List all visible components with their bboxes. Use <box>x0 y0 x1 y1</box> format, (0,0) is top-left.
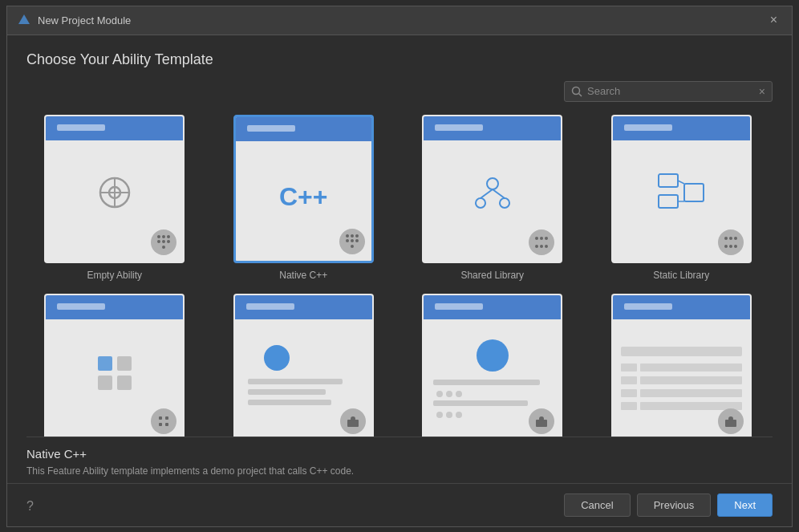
template-card-inner <box>44 115 185 263</box>
svg-rect-24 <box>165 423 168 426</box>
badge-dot <box>540 245 543 248</box>
feed-circle <box>477 339 509 372</box>
badge-dot <box>729 245 732 248</box>
list-row <box>621 389 742 397</box>
templates-grid: Empty Ability C++ <box>26 115 769 437</box>
card-header-bar <box>247 125 295 132</box>
profile-content <box>235 313 372 423</box>
card-header <box>235 295 372 319</box>
badge-dot <box>351 245 354 248</box>
app-icon <box>17 13 31 27</box>
help-button[interactable]: ? <box>26 499 34 514</box>
card-header-bar <box>624 124 672 131</box>
svg-rect-23 <box>159 423 162 426</box>
badge-dot <box>545 237 548 240</box>
list-cell <box>621 376 637 384</box>
feed-line <box>433 380 539 385</box>
template-card-empty-ability[interactable]: Empty Ability <box>26 115 203 281</box>
badge-dot <box>162 240 165 243</box>
template-card-feature-feed[interactable] <box>404 294 581 437</box>
badge-icon <box>724 415 737 428</box>
svg-point-1 <box>573 87 580 94</box>
list-content <box>613 315 750 420</box>
badge-dot <box>724 245 728 248</box>
next-button[interactable]: Next <box>717 493 773 517</box>
badge-dot <box>351 239 354 242</box>
list-row <box>621 363 742 372</box>
template-card-inner: C++ <box>233 115 374 263</box>
card-header <box>46 295 183 319</box>
list-cell <box>640 363 742 372</box>
svg-rect-18 <box>117 356 132 371</box>
close-button[interactable]: × <box>765 10 782 30</box>
card-header-bar <box>435 124 483 131</box>
template-card-feature-grid[interactable] <box>26 294 203 437</box>
badge-dot <box>729 237 732 240</box>
template-card-feature-list[interactable] <box>594 294 770 437</box>
profile-line <box>248 400 331 405</box>
badge-dots <box>156 235 171 250</box>
svg-line-11 <box>493 189 505 198</box>
card-header-bar <box>57 124 105 131</box>
feed-dot <box>456 412 462 418</box>
search-row: × <box>26 81 773 102</box>
card-header-bar <box>246 303 294 310</box>
empty-ability-icon-area <box>97 175 132 210</box>
template-label: Static Library <box>653 270 709 281</box>
card-header-bar <box>624 303 672 310</box>
template-card-inner <box>611 294 752 437</box>
template-card-native-cpp[interactable]: C++ <box>216 115 392 281</box>
svg-rect-17 <box>98 356 112 371</box>
list-search-bar <box>621 347 742 356</box>
search-input[interactable] <box>587 85 759 97</box>
template-label: Shared Library <box>460 270 524 281</box>
feed-dot <box>446 391 452 397</box>
card-header <box>46 116 183 140</box>
template-card-feature-profile[interactable] <box>216 294 392 437</box>
svg-rect-22 <box>165 416 168 420</box>
feed-line <box>433 400 528 406</box>
title-bar-text: New Project Module <box>38 14 765 26</box>
static-library-badge <box>718 229 744 255</box>
card-header <box>613 116 750 140</box>
native-cpp-icon-area: C++ <box>279 174 327 212</box>
template-card-inner <box>44 294 185 437</box>
static-library-icon-area <box>657 173 705 213</box>
template-card-static-library[interactable]: Static Library <box>594 115 770 281</box>
svg-rect-13 <box>659 195 678 208</box>
list-cell <box>621 402 637 410</box>
badge-dot <box>162 235 165 238</box>
template-card-shared-library[interactable]: Shared Library <box>404 115 581 281</box>
cancel-button[interactable]: Cancel <box>564 493 630 517</box>
list-row <box>621 376 742 384</box>
list-cell <box>640 376 742 384</box>
list-cell <box>640 389 742 397</box>
native-cpp-icon: C++ <box>279 182 327 212</box>
badge-dot <box>535 237 538 240</box>
info-section: Native C++ This Feature Ability template… <box>26 437 773 483</box>
feed-dot <box>436 391 443 397</box>
svg-rect-28 <box>539 416 544 421</box>
shared-library-badge <box>529 229 554 255</box>
svg-rect-26 <box>351 416 355 421</box>
info-description: This Feature Ability template implements… <box>26 465 773 477</box>
badge-icon <box>347 415 359 428</box>
feature-feed-badge <box>529 408 554 434</box>
search-icon <box>571 86 582 97</box>
badge-dot <box>157 235 160 238</box>
svg-line-15 <box>678 181 684 184</box>
badge-dot <box>734 237 737 240</box>
svg-line-2 <box>579 93 582 96</box>
card-header <box>424 295 561 319</box>
list-cell <box>621 389 637 397</box>
svg-point-9 <box>500 198 509 208</box>
feature-grid-icon <box>95 353 135 393</box>
svg-rect-19 <box>98 376 112 390</box>
empty-ability-icon <box>97 175 132 210</box>
badge-icon <box>535 415 548 428</box>
previous-button[interactable]: Previous <box>637 493 712 517</box>
svg-marker-0 <box>18 14 30 24</box>
dialog-body: Choose Your Ability Template × <box>7 35 792 483</box>
search-clear-button[interactable]: × <box>759 85 765 98</box>
badge-dot <box>535 245 538 248</box>
